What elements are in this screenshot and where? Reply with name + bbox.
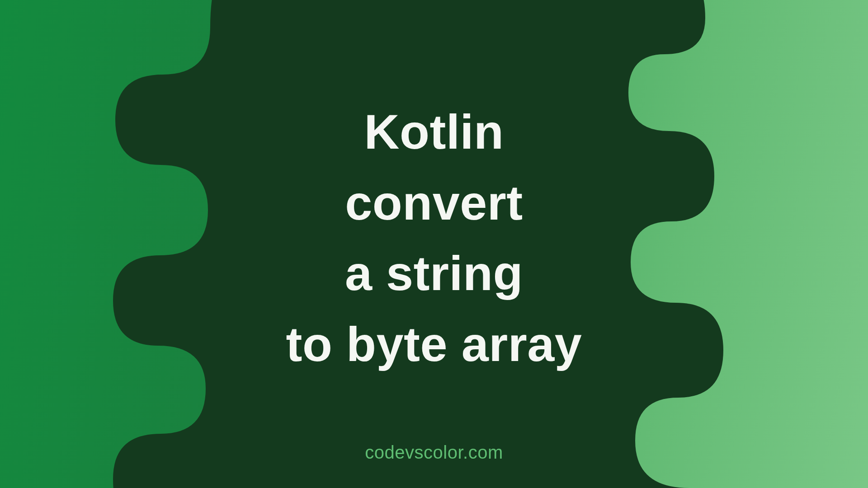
banner-graphic: Kotlin convert a string to byte array co…: [0, 0, 868, 488]
banner-title: Kotlin convert a string to byte array: [286, 97, 582, 380]
watermark-text: codevscolor.com: [365, 442, 503, 463]
